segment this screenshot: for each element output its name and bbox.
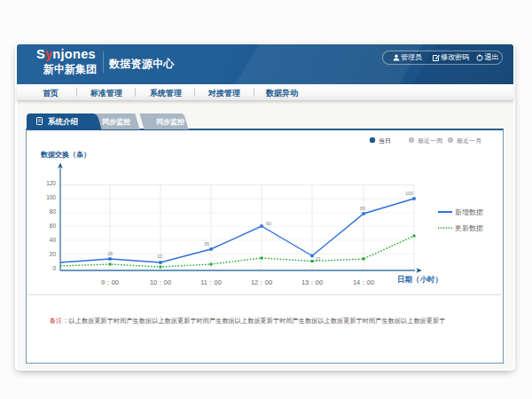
svg-text:10: 10 <box>315 256 320 262</box>
svg-text:120: 120 <box>46 180 56 186</box>
svg-text:20: 20 <box>50 251 57 257</box>
svg-text:80: 80 <box>360 206 365 211</box>
svg-text:数据交换（条）: 数据交换（条） <box>40 151 90 159</box>
svg-text:60: 60 <box>266 221 271 226</box>
svg-text:100: 100 <box>46 194 56 200</box>
svg-text:最近一周: 最近一周 <box>418 137 442 144</box>
svg-text:新增数据: 新增数据 <box>455 208 483 216</box>
svg-text:80: 80 <box>50 208 57 215</box>
svg-text:14：00: 14：00 <box>353 278 374 286</box>
svg-text:9：00: 9：00 <box>101 278 119 286</box>
svg-text:0: 0 <box>52 265 56 271</box>
svg-text:13：00: 13：00 <box>301 278 323 286</box>
svg-text:18: 18 <box>107 251 113 256</box>
svg-text:12：00: 12：00 <box>251 278 272 286</box>
svg-text:10: 10 <box>157 254 162 259</box>
svg-text:11：00: 11：00 <box>200 278 222 286</box>
svg-text:更新数据: 更新数据 <box>455 224 483 232</box>
svg-text:当日: 当日 <box>379 137 391 145</box>
svg-text:40: 40 <box>50 237 57 243</box>
svg-text:60: 60 <box>50 223 57 229</box>
svg-text:100: 100 <box>405 191 413 196</box>
svg-text:最近一月: 最近一月 <box>457 137 481 145</box>
svg-text:35: 35 <box>204 241 209 246</box>
svg-text:10：00: 10：00 <box>150 278 171 286</box>
svg-text:日期（小时）: 日期（小时） <box>397 275 442 284</box>
